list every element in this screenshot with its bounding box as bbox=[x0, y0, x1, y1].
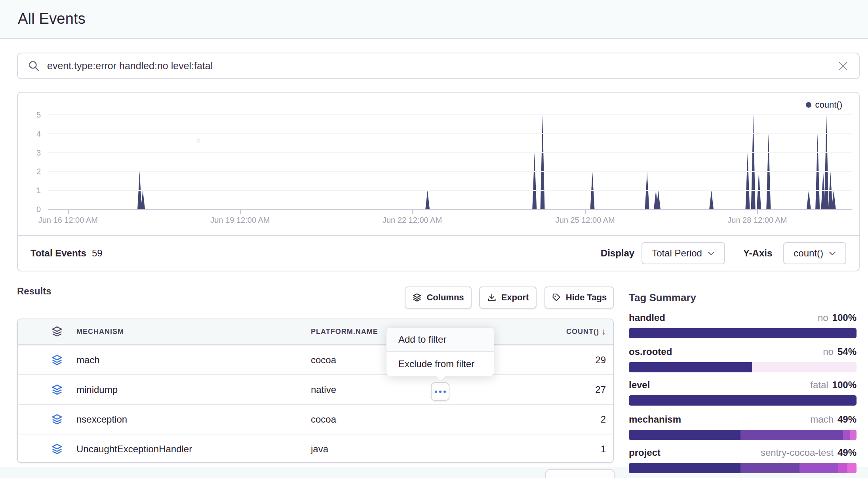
export-button[interactable]: Export bbox=[479, 286, 537, 309]
results-heading: Results bbox=[17, 286, 51, 297]
cell-platform[interactable]: cocoa bbox=[311, 414, 336, 425]
cell-count[interactable]: 29 bbox=[595, 355, 606, 366]
columns-button[interactable]: Columns bbox=[405, 286, 472, 309]
x-axis-label: Jun 22 12:00 AM bbox=[365, 216, 460, 225]
x-axis-tick bbox=[68, 210, 69, 214]
yaxis-label: Y-Axis bbox=[743, 248, 772, 259]
tag-percent: 49% bbox=[838, 447, 857, 458]
yaxis-select[interactable]: count() bbox=[783, 242, 846, 264]
results-table: MECHANISM PLATFORM.NAME COUNT() ↓ mach c… bbox=[17, 319, 614, 463]
cell-platform[interactable]: java bbox=[311, 444, 328, 455]
search-bar[interactable]: event.type:error handled:no level:fatal bbox=[17, 53, 860, 79]
chart-spike bbox=[745, 153, 750, 209]
tag-bar[interactable] bbox=[629, 362, 857, 372]
tag-top-value: fatal bbox=[810, 379, 828, 391]
x-axis-label: Jun 19 12:00 AM bbox=[192, 216, 287, 225]
table-row[interactable]: mach cocoa 29 bbox=[18, 345, 613, 374]
cell-count[interactable]: 2 bbox=[601, 414, 606, 425]
tag-entry-level: level fatal 100% bbox=[629, 379, 857, 406]
menu-item-add-to-filter[interactable]: Add to filter bbox=[386, 328, 494, 352]
tag-icon bbox=[552, 293, 561, 302]
tag-entry-project: project sentry-cocoa-test 49% bbox=[629, 447, 857, 473]
column-header-mechanism[interactable]: MECHANISM bbox=[76, 328, 124, 336]
y-axis-label: 3 bbox=[18, 148, 41, 157]
layers-icon bbox=[412, 293, 422, 302]
sort-desc-icon: ↓ bbox=[602, 326, 606, 337]
tag-bar[interactable] bbox=[629, 430, 857, 440]
column-header-count[interactable]: COUNT() ↓ bbox=[566, 326, 606, 337]
pagination-buttons[interactable] bbox=[545, 469, 615, 478]
tag-name[interactable]: mechanism bbox=[629, 414, 681, 425]
chevron-down-icon bbox=[708, 251, 715, 256]
legend-series-label: count() bbox=[815, 100, 842, 110]
x-axis-tick bbox=[757, 210, 758, 214]
cell-mechanism[interactable]: minidump bbox=[76, 384, 118, 395]
tag-entry-os-rooted: os.rooted no 54% bbox=[629, 346, 857, 372]
gridline bbox=[48, 171, 852, 172]
tag-bar[interactable] bbox=[629, 328, 857, 338]
layers-icon bbox=[51, 414, 63, 425]
y-axis-label: 4 bbox=[18, 129, 41, 138]
tag-bar-segment bbox=[843, 430, 850, 440]
cell-platform[interactable]: native bbox=[311, 384, 336, 395]
layers-icon[interactable] bbox=[51, 326, 63, 338]
x-axis-tick bbox=[240, 210, 241, 214]
tag-name[interactable]: os.rooted bbox=[629, 346, 672, 357]
gridline bbox=[48, 152, 852, 153]
tag-name[interactable]: level bbox=[629, 379, 650, 391]
total-events-value: 59 bbox=[92, 248, 103, 259]
ellipsis-dot bbox=[444, 391, 446, 393]
x-axis-line bbox=[48, 209, 852, 210]
tag-bar-segment bbox=[629, 430, 740, 440]
hide-tags-button[interactable]: Hide Tags bbox=[544, 286, 614, 309]
table-row[interactable]: minidump native 27 bbox=[18, 374, 613, 404]
clear-search-icon[interactable] bbox=[838, 61, 849, 72]
column-header-platform-name[interactable]: PLATFORM.NAME bbox=[311, 328, 378, 336]
tag-bar[interactable] bbox=[629, 395, 857, 406]
tag-name[interactable]: project bbox=[629, 447, 661, 458]
y-axis-label: 0 bbox=[18, 205, 41, 214]
gridline bbox=[48, 190, 852, 191]
chart-spike bbox=[541, 115, 545, 209]
cell-mechanism[interactable]: mach bbox=[76, 355, 100, 366]
tag-top-value: no bbox=[823, 346, 834, 357]
gridline bbox=[48, 114, 852, 115]
cell-mechanism[interactable]: UncaughtExceptionHandler bbox=[76, 444, 192, 455]
cell-count[interactable]: 27 bbox=[595, 384, 606, 395]
export-button-label: Export bbox=[501, 292, 529, 303]
tag-bar-segment bbox=[740, 430, 843, 440]
cell-actions-button[interactable] bbox=[431, 382, 449, 401]
layers-icon bbox=[51, 384, 63, 396]
total-events-label: Total Events bbox=[30, 248, 86, 259]
download-icon bbox=[487, 293, 497, 302]
hide-tags-button-label: Hide Tags bbox=[566, 292, 607, 303]
chart-spike bbox=[709, 190, 714, 209]
cell-mechanism[interactable]: nsexception bbox=[76, 414, 127, 425]
ellipsis-dot bbox=[435, 391, 437, 393]
tag-top-value: mach bbox=[810, 414, 834, 425]
tag-bar-segment bbox=[850, 430, 857, 440]
x-axis-label: Jun 25 12:00 AM bbox=[538, 216, 633, 225]
display-select[interactable]: Total Period bbox=[641, 242, 725, 264]
tag-bar-segment bbox=[629, 328, 857, 338]
cell-count[interactable]: 1 bbox=[601, 444, 606, 455]
tag-percent: 100% bbox=[832, 379, 857, 391]
search-input[interactable]: event.type:error handled:no level:fatal bbox=[47, 60, 838, 72]
tag-entry-handled: handled no 100% bbox=[629, 312, 857, 338]
tag-percent: 100% bbox=[832, 312, 857, 323]
cell-platform[interactable]: cocoa bbox=[311, 355, 336, 366]
tag-name[interactable]: handled bbox=[629, 312, 665, 323]
chart-spike bbox=[425, 190, 430, 209]
tag-top-value: sentry-cocoa-test bbox=[761, 447, 834, 458]
layers-icon bbox=[51, 354, 63, 366]
cell-actions-menu: Add to filter Exclude from filter bbox=[386, 327, 494, 376]
ellipsis-dot bbox=[439, 391, 442, 393]
display-label: Display bbox=[601, 248, 634, 259]
tag-bar[interactable] bbox=[629, 463, 857, 473]
tag-entry-mechanism: mechanism mach 49% bbox=[629, 414, 857, 440]
table-row[interactable]: nsexception cocoa 2 bbox=[18, 404, 613, 434]
columns-button-label: Columns bbox=[426, 292, 464, 303]
chevron-down-icon bbox=[829, 251, 836, 256]
table-row[interactable]: UncaughtExceptionHandler java 1 bbox=[18, 434, 613, 463]
yaxis-select-value: count() bbox=[794, 248, 823, 259]
